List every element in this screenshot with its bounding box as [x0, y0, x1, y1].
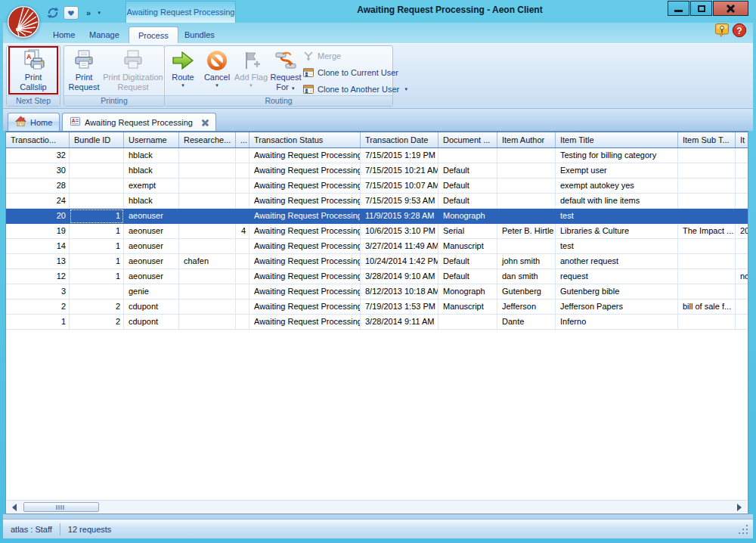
grid-cell[interactable]	[236, 209, 249, 224]
grid-cell[interactable]: Gutenberg	[497, 284, 556, 299]
grid-cell[interactable]: another request	[556, 254, 678, 269]
grid-cell[interactable]	[678, 284, 736, 299]
grid-cell[interactable]	[70, 148, 124, 163]
cancel-dropdown-icon[interactable]: ▼	[215, 82, 219, 88]
grid-cell[interactable]: 14	[6, 239, 70, 254]
grid-cell[interactable]: Awaiting Request Processing	[249, 239, 361, 254]
grid-cell[interactable]	[236, 163, 249, 178]
grid-cell[interactable]: 7/15/2015 10:21 AM	[361, 163, 438, 178]
grid-cell[interactable]	[179, 224, 236, 239]
horizontal-scrollbar[interactable]	[7, 500, 747, 513]
grid-cell[interactable]	[736, 148, 748, 163]
grid-cell[interactable]: Exempt user	[556, 163, 678, 178]
minimize-button[interactable]	[668, 1, 689, 16]
pin-icon[interactable]	[714, 23, 730, 41]
clone-another-dropdown-icon[interactable]: ▼	[404, 87, 408, 92]
grid-cell[interactable]: no	[736, 269, 748, 284]
grid-cell[interactable]	[179, 209, 236, 224]
grid-cell[interactable]: 10/24/2014 1:42 PM	[361, 254, 438, 269]
grid-cell[interactable]	[678, 239, 736, 254]
grid-cell[interactable]: 32	[6, 148, 70, 163]
grid-cell[interactable]	[736, 299, 748, 315]
grid-cell[interactable]	[678, 163, 736, 178]
grid-cell[interactable]	[497, 239, 556, 254]
grid-cell[interactable]	[678, 194, 736, 209]
grid-cell[interactable]	[179, 239, 236, 254]
grid-cell[interactable]: 10/6/2015 3:10 PM	[361, 224, 438, 239]
grid-cell[interactable]	[236, 254, 249, 269]
grid-cell[interactable]: 24	[6, 194, 70, 209]
grid-cell[interactable]: 2	[70, 299, 124, 315]
grid-cell[interactable]: 30	[6, 163, 70, 178]
grid-cell[interactable]: 20	[736, 224, 748, 239]
grid-cell[interactable]	[736, 163, 748, 178]
table-row[interactable]: 121aeonuserAwaiting Request Processing3/…	[6, 269, 748, 284]
grid-cell[interactable]: 13	[6, 254, 70, 269]
grid-cell[interactable]	[678, 209, 736, 224]
grid-cell[interactable]: 2	[70, 315, 124, 330]
grid-cell[interactable]	[736, 254, 748, 269]
qat-dropdown-icon[interactable]: ▼	[97, 11, 101, 15]
route-button[interactable]: Route ▼	[166, 47, 200, 88]
grid-cell[interactable]	[70, 194, 124, 209]
grid-cell[interactable]: 28	[6, 178, 70, 194]
grid-cell[interactable]: test	[556, 209, 678, 224]
grid-cell[interactable]: dan smith	[497, 269, 556, 284]
grid-cell[interactable]: 1	[70, 239, 124, 254]
grid-cell[interactable]: exempt	[124, 178, 179, 194]
grid-header-cell[interactable]: It	[736, 132, 748, 147]
grid-cell[interactable]	[236, 148, 249, 163]
grid-cell[interactable]	[179, 269, 236, 284]
grid-cell[interactable]: 3/28/2014 9:10 AM	[361, 269, 438, 284]
ribbon-tab-bundles[interactable]: Bundles	[175, 26, 224, 43]
grid-cell[interactable]: Awaiting Request Processing	[249, 284, 361, 299]
add-flag-button[interactable]: Add Flag ▼	[234, 47, 268, 88]
grid-cell[interactable]	[497, 148, 556, 163]
grid-cell[interactable]: 3/27/2014 11:49 AM	[361, 239, 438, 254]
grid-header-cell[interactable]: Bundle ID	[70, 132, 124, 147]
grid-cell[interactable]: 3	[6, 284, 70, 299]
grid-cell[interactable]: default with line items	[556, 194, 678, 209]
grid-cell[interactable]: 19	[6, 224, 70, 239]
scrollbar-thumb[interactable]	[23, 502, 99, 512]
grid-cell[interactable]	[678, 315, 736, 330]
grid-cell[interactable]: Default	[438, 163, 497, 178]
grid-cell[interactable]: 7/15/2015 9:53 AM	[361, 194, 438, 209]
grid-cell[interactable]	[179, 178, 236, 194]
grid-cell[interactable]: Awaiting Request Processing	[249, 194, 361, 209]
ribbon-tab-home[interactable]: Home	[44, 26, 84, 43]
grid-cell[interactable]	[179, 284, 236, 299]
grid-cell[interactable]: hblack	[124, 148, 179, 163]
grid-cell[interactable]	[736, 209, 748, 224]
table-row[interactable]: 22cdupontAwaiting Request Processing7/19…	[6, 299, 748, 315]
qat-overflow-icon[interactable]: »	[86, 8, 91, 17]
grid-cell[interactable]: Jefferson	[497, 299, 556, 315]
grid-cell[interactable]: aeonuser	[124, 224, 179, 239]
grid-cell[interactable]: john smith	[497, 254, 556, 269]
grid-cell[interactable]: 1	[70, 269, 124, 284]
grid-cell[interactable]	[236, 284, 249, 299]
grid-cell[interactable]: cdupont	[124, 315, 179, 330]
grid-cell[interactable]: Inferno	[556, 315, 678, 330]
grid-cell[interactable]: Monograph	[438, 209, 497, 224]
heart-box-icon[interactable]	[64, 6, 79, 20]
grid-cell[interactable]: 1	[70, 209, 124, 224]
grid-cell[interactable]: Monograph	[438, 284, 497, 299]
table-row[interactable]: 201aeonuserAwaiting Request Processing11…	[6, 209, 748, 224]
grid-cell[interactable]: request	[556, 269, 678, 284]
grid-cell[interactable]	[736, 239, 748, 254]
grid-cell[interactable]: Awaiting Request Processing	[249, 269, 361, 284]
grid-cell[interactable]: Awaiting Request Processing	[249, 299, 361, 315]
grid-cell[interactable]	[736, 178, 748, 194]
scroll-right-arrow-icon[interactable]	[734, 502, 745, 512]
grid-cell[interactable]: 11/9/2015 9:28 AM	[361, 209, 438, 224]
grid-cell[interactable]	[678, 148, 736, 163]
grid-cell[interactable]: Libraries & Culture	[556, 224, 678, 239]
grid-cell[interactable]: 1	[70, 224, 124, 239]
grid-header-cell[interactable]: Username	[124, 132, 179, 147]
grid-header-cell[interactable]: Item Sub T...	[678, 132, 736, 147]
scroll-left-arrow-icon[interactable]	[9, 502, 20, 512]
grid-header-cell[interactable]: Transactio...	[6, 132, 70, 147]
grid-cell[interactable]: Awaiting Request Processing	[249, 178, 361, 194]
grid-cell[interactable]: Awaiting Request Processing	[249, 209, 361, 224]
